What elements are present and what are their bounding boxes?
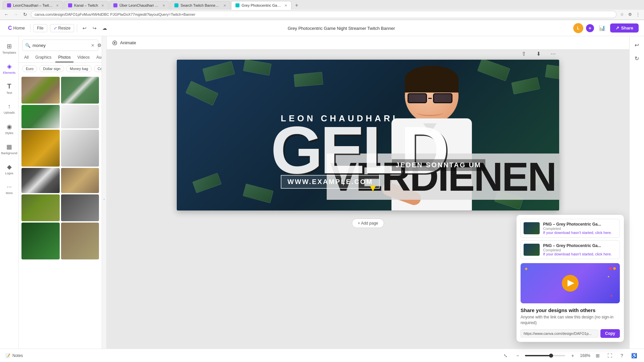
photo-item-7[interactable] (21, 168, 60, 193)
sidebar-item-uploads[interactable]: ↑ Uploads (1, 99, 17, 118)
video-dot-yellow (613, 267, 616, 270)
search-filter-button[interactable]: ⚙ (97, 43, 102, 48)
styles-icon: ◉ (7, 123, 12, 130)
filter-euro[interactable]: Euro (22, 65, 37, 72)
popup-info-2: PNG – Grey Photocentric Ga... Completed … (543, 243, 617, 256)
extensions-icon[interactable]: ⚙ (627, 11, 633, 18)
canvas-share-icon[interactable]: ⇧ (518, 48, 530, 60)
filter-dollar[interactable]: Dollar sign (39, 65, 64, 72)
copy-link-button[interactable]: Copy (600, 329, 620, 338)
sidebar-item-background[interactable]: ▦ Background (1, 139, 17, 158)
right-tool-1[interactable]: ↩ (631, 39, 643, 51)
photo-item-5[interactable] (21, 130, 60, 167)
right-tool-refresh[interactable]: ↻ (631, 52, 643, 64)
reload-button[interactable]: ↻ (21, 11, 29, 18)
photo-item-6[interactable] (61, 130, 99, 167)
zoom-slider[interactable] (525, 355, 565, 356)
tab-5-active[interactable]: Grey Photocentric Game Nigh... ✕ (231, 1, 291, 10)
search-input[interactable] (33, 43, 89, 48)
canvas-toolbar: ⇧ ⬇ ⋯ (518, 48, 559, 60)
fit-page-button[interactable]: ⤡ (501, 351, 510, 360)
tab-3[interactable]: Über LeonChaudhari – Twitch ✕ (109, 1, 169, 10)
tab-graphics[interactable]: Graphics (33, 53, 54, 62)
zoom-in-button[interactable]: + (568, 351, 577, 360)
file-button[interactable]: File (33, 24, 47, 32)
resize-button[interactable]: ⤢ Resize (50, 24, 74, 32)
tab-photos[interactable]: Photos (55, 53, 73, 62)
sidebar-item-text[interactable]: T Text (1, 79, 17, 98)
video-dot-red (609, 267, 612, 270)
panel-search: 🔍 ✕ ⚙ (19, 36, 102, 53)
sidebar-item-logos[interactable]: ◆ Logos (1, 160, 17, 178)
photo-item-3[interactable] (21, 105, 60, 128)
canvas-download-icon[interactable]: ⬇ (532, 48, 544, 60)
save-status[interactable]: ☁ (100, 23, 109, 33)
redo-button[interactable]: ↪ (90, 23, 99, 33)
sidebar-item-styles[interactable]: ◉ Styles (1, 119, 17, 138)
notes-button[interactable]: 📝 Notes (5, 353, 23, 358)
address-bar[interactable]: canva.com/design/DAFO1pFvMus/4W4dDBC PJG… (31, 11, 616, 18)
sidebar-item-elements[interactable]: ◈ Elements (1, 59, 17, 78)
undo-button[interactable]: ↩ (80, 23, 89, 33)
photo-item-10[interactable] (61, 194, 99, 221)
photos-row-6 (21, 223, 99, 259)
zoom-thumb[interactable] (549, 354, 553, 358)
add-collaborator-button[interactable]: + (586, 24, 594, 32)
video-play-button[interactable] (562, 275, 579, 292)
add-page-button[interactable]: + Add page (352, 219, 384, 228)
popup-download-item-1: PNG – Grey Photocentric Ga... Completed … (521, 219, 620, 238)
photo-item-9[interactable] (21, 194, 60, 221)
back-button[interactable]: ← (3, 11, 10, 18)
download-popup: PNG – Grey Photocentric Ga... Completed … (517, 215, 624, 342)
photo-item-4[interactable] (61, 105, 99, 128)
grid-view-button[interactable]: ⊞ (593, 351, 602, 360)
popup-thumb-1 (524, 222, 540, 234)
share-button[interactable]: ↗ Share (610, 23, 639, 33)
sidebar-item-more[interactable]: ··· More (1, 180, 17, 198)
new-tab-button[interactable]: + (292, 1, 301, 10)
home-button[interactable]: C Home (5, 24, 28, 33)
zoom-controls: ⤡ − + 168% ⊞ ⛶ ? ♿ (501, 351, 639, 360)
user-avatar[interactable]: L (573, 23, 583, 33)
popup-share-section: Share your designs with others Anyone wi… (517, 307, 624, 342)
photo-item-1[interactable] (21, 77, 60, 104)
tabs-bar: LeonChaudhari – Twitch ✕ Kanal – Twitch … (0, 0, 644, 10)
star-decoration-3: ✦ (607, 275, 610, 279)
tab-audio[interactable]: Audio (94, 53, 102, 62)
zoom-out-button[interactable]: − (513, 351, 522, 360)
menu-icon[interactable]: ⋮ (635, 11, 641, 18)
search-clear-button[interactable]: ✕ (91, 43, 95, 48)
tab-all[interactable]: All (21, 53, 31, 62)
chart-icon[interactable]: 📊 (597, 23, 607, 34)
history-buttons: ↩ ↪ ☁ (80, 23, 109, 33)
canvas-more-icon[interactable]: ⋯ (547, 48, 559, 60)
right-toolbar: ↩ ↻ (629, 36, 644, 362)
panel-collapse-handle[interactable]: ‹ (102, 36, 107, 362)
sidebar-item-templates[interactable]: ⊞ Templates (1, 39, 17, 58)
tab-4[interactable]: Search Twitch Banner – Canva ✕ (170, 1, 230, 10)
templates-icon: ⊞ (7, 43, 12, 50)
accessibility-button[interactable]: ♿ (629, 351, 639, 360)
forward-button[interactable]: → (12, 11, 19, 18)
tab-2[interactable]: Kanal – Twitch ✕ (64, 1, 108, 10)
bookmark-icon[interactable]: ☆ (619, 11, 625, 18)
filter-coins[interactable]: Coins (94, 65, 102, 72)
person-glasses (408, 93, 452, 103)
photo-item-11[interactable] (21, 223, 60, 259)
animate-label[interactable]: Animate (120, 40, 136, 45)
logos-icon: ◆ (7, 163, 12, 171)
panel-tabs: All Graphics Photos Videos Audio (19, 53, 102, 63)
photo-item-2[interactable] (61, 77, 99, 104)
help-button[interactable]: ? (617, 351, 627, 360)
banner-sonntag: JEDEN SONNTAG UM (392, 159, 485, 171)
photo-item-12[interactable] (61, 223, 99, 259)
fullscreen-button[interactable]: ⛶ (605, 351, 614, 360)
tab-videos[interactable]: Videos (75, 53, 92, 62)
photo-item-8[interactable] (61, 168, 99, 193)
popup-video-preview[interactable]: ✦ ✦ ✦ (521, 263, 620, 303)
filter-moneybag[interactable]: Money bag (66, 65, 92, 72)
search-panel: 🔍 ✕ ⚙ All Graphics Photos Videos Audio E… (19, 36, 102, 362)
canvas-frame[interactable]: LEON CHAUDHARI GELD WWW.EXAMPLE.COM ▼ (177, 60, 559, 210)
tab-1[interactable]: LeonChaudhari – Twitch ✕ (3, 1, 63, 10)
add-page-area: + Add page (177, 215, 559, 231)
